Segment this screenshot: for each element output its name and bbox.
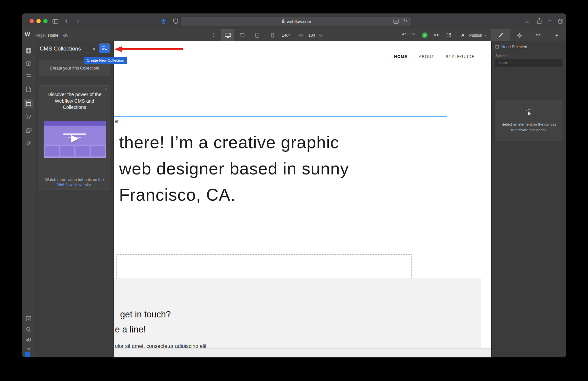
page-name[interactable]: Home xyxy=(48,33,58,38)
droplets-icon xyxy=(535,33,541,38)
tab-style-manager[interactable] xyxy=(529,29,547,41)
cms-collections-icon[interactable] xyxy=(24,99,33,108)
breakpoint-phone-button[interactable] xyxy=(266,29,279,41)
panel-divider xyxy=(492,73,566,73)
promo-footer-text: Watch more video tutorials on the xyxy=(39,177,110,182)
breakpoint-laptop-button[interactable] xyxy=(236,29,249,41)
add-elements-icon[interactable] xyxy=(25,48,32,54)
contact-heading[interactable]: get in touch? xyxy=(120,310,171,320)
downloads-icon[interactable] xyxy=(524,18,530,25)
close-panel-icon[interactable]: × xyxy=(92,46,95,52)
zoom-window-button[interactable] xyxy=(43,19,48,23)
webflow-university-link[interactable]: Webflow University xyxy=(57,183,91,187)
annotation-arrow-line xyxy=(122,48,183,50)
publish-button[interactable]: Publish xyxy=(469,33,482,38)
add-collection-icon xyxy=(102,46,107,51)
hero-heading[interactable]: there! I’m a creative graphic web design… xyxy=(119,129,349,208)
tab-interactions[interactable] xyxy=(547,29,566,41)
redo-button[interactable]: ↷ xyxy=(411,31,415,38)
canvas-width-unit: PX xyxy=(298,33,304,38)
tab-overview-icon[interactable] xyxy=(558,19,563,25)
toolbar-menu-icon[interactable]: ⋮ xyxy=(211,32,216,37)
hero-heading-line-3: Francisco, CA. xyxy=(119,182,349,208)
site-navigation: HOME ABOUT STYLEGUIDE xyxy=(394,54,475,59)
hero-heading-line-1: there! I’m a creative graphic xyxy=(119,129,349,155)
panel-title: CMS Collections xyxy=(40,46,81,52)
designer-toolbar: W Page: Home ⋮ 1404 PX 100 % ↶ ↷ ✓ <> A … xyxy=(22,29,566,41)
ecommerce-icon[interactable] xyxy=(25,113,32,120)
none-selected-label: None Selected xyxy=(501,45,527,49)
nav-link-about[interactable]: ABOUT xyxy=(419,54,434,59)
breakpoint-desktop-button[interactable] xyxy=(221,29,234,41)
forward-button[interactable]: › xyxy=(77,16,79,25)
right-panel-tabs xyxy=(491,29,566,41)
community-icon[interactable] xyxy=(25,336,32,343)
chat-widget-icon[interactable] xyxy=(25,352,30,357)
page-label: Page: xyxy=(35,33,46,38)
preview-eye-icon[interactable] xyxy=(63,33,68,39)
nav-link-home[interactable]: HOME xyxy=(394,54,408,59)
lock-icon xyxy=(282,19,285,24)
sidebar-toggle-icon[interactable] xyxy=(52,19,58,25)
webflow-logo[interactable]: W xyxy=(25,32,30,38)
nav-link-styleguide[interactable]: STYLEGUIDE xyxy=(446,54,475,59)
navigator-icon[interactable] xyxy=(25,73,32,80)
cms-collections-panel: CMS Collections × Create your first Coll… xyxy=(35,41,114,357)
share-site-icon[interactable] xyxy=(446,32,452,39)
canvas-width-value[interactable]: 1404 xyxy=(282,33,291,38)
breakpoint-tablet-button[interactable] xyxy=(251,29,264,41)
minimize-window-button[interactable] xyxy=(36,19,41,23)
empty-element-placeholder[interactable] xyxy=(116,254,412,278)
search-icon[interactable] xyxy=(25,326,32,332)
clipped-label-text[interactable]: er xyxy=(115,119,118,124)
panel-hint-box: Select an element on the canvas to activ… xyxy=(495,100,562,141)
site-badge[interactable]: A xyxy=(461,33,464,38)
tutorial-video-thumbnail[interactable]: ▶ xyxy=(44,121,106,158)
reload-icon[interactable]: ↻ xyxy=(403,18,407,24)
saved-status-icon[interactable]: ✓ xyxy=(422,32,428,38)
tab-style[interactable] xyxy=(491,29,510,41)
url-text: webflow.com xyxy=(287,19,311,24)
undo-button[interactable]: ↶ xyxy=(402,31,406,38)
empty-collections-text: Create your first Collection! xyxy=(50,66,99,70)
create-collection-tooltip: Create New Collection xyxy=(84,57,127,64)
selected-element-outline[interactable] xyxy=(114,106,447,117)
zoom-value[interactable]: 100 xyxy=(308,33,315,38)
close-window-button[interactable] xyxy=(30,19,34,23)
pages-icon[interactable] xyxy=(25,86,32,92)
audit-panel-icon[interactable] xyxy=(25,315,32,322)
gear-icon xyxy=(517,33,522,38)
design-canvas[interactable]: HOME ABOUT STYLEGUIDE er there! I’m a cr… xyxy=(114,41,491,357)
help-icon[interactable]: ? xyxy=(25,346,32,353)
accessibility-icon[interactable] xyxy=(161,18,166,26)
assets-icon[interactable] xyxy=(25,127,32,133)
privacy-shield-icon[interactable] xyxy=(173,18,178,25)
paintbrush-icon xyxy=(498,32,503,38)
promo-heading: Discover the power of the Webflow CMS an… xyxy=(39,91,110,111)
dismiss-card-icon[interactable]: × xyxy=(105,87,107,92)
chevron-down-icon[interactable]: ▾ xyxy=(485,33,487,37)
create-collection-button[interactable] xyxy=(99,44,110,53)
contact-subheading[interactable]: e a line! xyxy=(115,325,146,335)
element-box-icon xyxy=(495,45,499,49)
share-icon[interactable] xyxy=(537,18,542,25)
selector-input[interactable] xyxy=(495,59,562,67)
panel-hint-text: Select an element on the canvas to activ… xyxy=(502,122,556,132)
zoom-unit: % xyxy=(319,33,323,38)
translate-icon[interactable]: A xyxy=(393,19,399,25)
symbols-icon[interactable] xyxy=(25,60,32,67)
style-panel: None Selected Selector Select an element… xyxy=(491,41,566,357)
play-icon[interactable]: ▶ xyxy=(44,132,106,144)
svg-text:A: A xyxy=(395,20,397,23)
promo-footer-link-line: Webflow University. xyxy=(39,183,110,187)
code-export-icon[interactable]: <> xyxy=(434,33,439,37)
new-tab-button[interactable]: + xyxy=(548,17,552,24)
lightning-icon xyxy=(555,33,559,38)
address-bar[interactable]: webflow.com A ↻ xyxy=(181,17,411,26)
tab-settings[interactable] xyxy=(510,29,529,41)
annotation-arrow-head xyxy=(114,46,122,52)
back-button[interactable]: ‹ xyxy=(65,16,68,25)
cms-promo-card: × Discover the power of the Webflow CMS … xyxy=(39,85,110,190)
click-cursor-icon xyxy=(524,109,534,118)
project-settings-icon[interactable] xyxy=(25,140,32,146)
